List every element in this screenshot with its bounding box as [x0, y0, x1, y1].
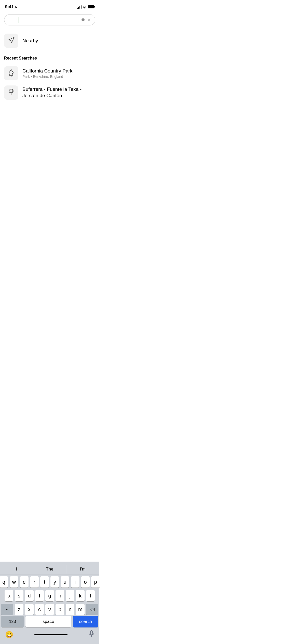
tree-icon	[8, 69, 15, 78]
status-bar: 9:41 ► ⊜	[0, 0, 99, 12]
search-input-value: k	[16, 17, 18, 23]
pin-icon	[8, 89, 14, 97]
recent-icon-box-1	[4, 85, 18, 100]
mic-dot	[82, 18, 85, 21]
search-bar[interactable]: ← k ✕	[4, 14, 95, 25]
recent-item-0[interactable]: California Country Park Park • Berkshire…	[4, 64, 95, 83]
status-icons: ⊜	[77, 5, 94, 9]
svg-point-3	[10, 90, 12, 92]
recent-item-text-0: California Country Park Park • Berkshire…	[22, 68, 95, 79]
svg-marker-1	[9, 69, 13, 75]
battery-icon	[88, 5, 94, 8]
recent-item-name-0: California Country Park	[22, 68, 95, 74]
recent-searches-title: Recent Searches	[4, 56, 95, 61]
search-bar-container: ← k ✕	[0, 12, 99, 30]
wifi-icon: ⊜	[83, 5, 86, 9]
nearby-icon-box	[4, 34, 18, 48]
signal-icon	[77, 5, 82, 9]
clear-button[interactable]: ✕	[87, 17, 91, 23]
recent-item-name-1: Buferrera - Fuente la Texa - Jorcaín de …	[22, 86, 95, 99]
recent-icon-box-0	[4, 66, 18, 80]
recent-item-text-1: Buferrera - Fuente la Texa - Jorcaín de …	[22, 86, 95, 99]
recent-item-sub-0: Park • Berkshire, England	[22, 75, 95, 79]
status-time: 9:41 ►	[5, 4, 18, 9]
navigation-icon	[8, 37, 15, 45]
search-input[interactable]: k	[16, 17, 85, 23]
recent-searches-section: Recent Searches California Country Park …	[0, 54, 99, 102]
nearby-label: Nearby	[22, 38, 38, 43]
nearby-item[interactable]: Nearby	[4, 32, 95, 50]
svg-marker-0	[9, 37, 14, 43]
text-cursor	[19, 17, 19, 23]
location-icon: ►	[15, 5, 18, 9]
recent-item-1[interactable]: Buferrera - Fuente la Texa - Jorcaín de …	[4, 83, 95, 102]
back-button[interactable]: ←	[8, 17, 13, 23]
nearby-section: Nearby	[0, 30, 99, 54]
